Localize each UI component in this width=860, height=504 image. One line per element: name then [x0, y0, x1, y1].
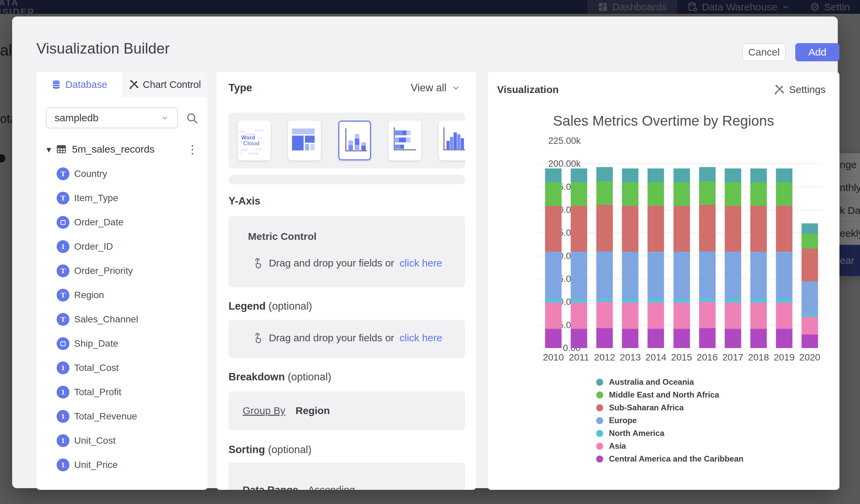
bar-segment [597, 302, 613, 328]
table-tree-item[interactable]: ▾ 5m_sales_records ⋮ [37, 141, 207, 157]
bar-segment [545, 329, 562, 348]
tab-database[interactable]: Database [37, 72, 122, 97]
tap-hand-icon [252, 332, 263, 344]
field-name: Unit_Cost [74, 435, 116, 446]
chart-type-treemap[interactable] [288, 120, 321, 160]
bar-segment [750, 299, 766, 303]
chart-type-word-cloud[interactable]: areasanalyticskeyplanWordnewslistCloud(s… [238, 120, 271, 160]
field-name: Ship_Date [74, 338, 118, 349]
bar-segment [725, 329, 741, 348]
bar-segment [725, 299, 741, 303]
field-row[interactable]: Ship_Date [37, 332, 207, 356]
bar-segment [673, 252, 690, 299]
bar-segment [545, 299, 562, 303]
stacked-bar-2019 [776, 169, 792, 348]
chart-type-histogram[interactable] [439, 120, 465, 160]
svg-text:know-ster: know-ster [249, 152, 259, 155]
view-all-button[interactable]: View all [411, 82, 461, 94]
tab-chart-control[interactable]: Chart Control [122, 72, 207, 97]
legend-item[interactable]: Europe [596, 414, 743, 427]
chart-type-stacked-column[interactable] [338, 120, 371, 160]
field-list: TCountryTItem_TypeOrder_Date1Order_IDTOr… [37, 162, 207, 477]
bar-segment [597, 167, 613, 181]
legend-item[interactable]: Australia and Oceania [596, 376, 743, 388]
x-axis-label: 2012 [592, 352, 617, 363]
bar-segment [673, 169, 690, 182]
bar-segment [801, 281, 818, 314]
bar-slot [566, 141, 592, 348]
cancel-button[interactable]: Cancel [742, 43, 786, 61]
field-row[interactable]: TSales_Channel [37, 307, 207, 332]
legend-item[interactable]: Sub-Saharan Africa [596, 401, 743, 414]
bar-segment [571, 329, 587, 348]
field-row[interactable]: TRegion [37, 283, 207, 307]
field-row[interactable]: 1Total_Profit [37, 380, 207, 404]
field-row[interactable]: Order_Date [37, 210, 207, 234]
legend-dot [596, 379, 603, 386]
bar-segment [776, 303, 792, 329]
field-row[interactable]: TItem_Type [37, 186, 207, 210]
legend-item[interactable]: North America [596, 427, 743, 440]
field-row[interactable]: TCountry [37, 162, 207, 186]
bars-container [538, 141, 822, 348]
settings-button[interactable]: Settings [774, 84, 826, 95]
field-row[interactable]: 1Total_Revenue [37, 404, 207, 429]
x-axis-label: 2016 [694, 352, 720, 363]
chart-type-scrollbar[interactable] [228, 175, 465, 184]
chart-title: Sales Metrics Overtime by Regions [488, 113, 840, 129]
field-name: Country [74, 169, 107, 179]
bar-slot [592, 141, 617, 348]
sorting-box[interactable]: Data Range Ascending [228, 463, 465, 490]
kebab-menu-icon[interactable]: ⋮ [187, 143, 198, 156]
field-name: Region [74, 290, 104, 301]
caret-down-icon[interactable]: ▾ [46, 144, 51, 155]
field-row[interactable]: TOrder_Priority [37, 259, 207, 283]
bar-segment [699, 167, 715, 181]
legend-item[interactable]: Central America and the Caribbean [596, 452, 743, 465]
calendar-icon [57, 337, 69, 350]
breakdown-box[interactable]: Group By Region [228, 391, 465, 430]
bar-segment [622, 169, 639, 182]
svg-text:(such): (such) [241, 148, 248, 151]
field-row[interactable]: 1Total_Cost [37, 356, 207, 380]
bar-slot [694, 141, 720, 348]
sorting-field[interactable]: Data Range [243, 484, 298, 490]
field-row[interactable]: 1Unit_Price [37, 453, 207, 477]
tools-icon [774, 84, 785, 95]
group-by-label[interactable]: Group By [243, 405, 285, 416]
bar-slot [746, 141, 771, 348]
legend-item[interactable]: Middle East and North Africa [596, 388, 743, 401]
chart-builder-panel: Type View all areasanalyticskeyplanWordn… [216, 72, 476, 490]
tap-hand-icon [252, 257, 263, 269]
field-name: Total_Profit [74, 387, 121, 398]
bar-segment [801, 224, 818, 234]
bar-segment [622, 182, 639, 206]
search-icon[interactable] [185, 112, 199, 125]
bar-segment [648, 329, 664, 348]
settings-label: Settings [789, 84, 826, 95]
metric-control-dropzone[interactable]: Metric Control Drag and drop your fields… [228, 216, 465, 287]
add-button[interactable]: Add [795, 43, 840, 61]
click-here-link[interactable]: click here [400, 332, 443, 344]
text-field-icon: T [57, 168, 69, 180]
group-by-value[interactable]: Region [296, 405, 330, 416]
field-name: Sales_Channel [74, 314, 138, 325]
field-row[interactable]: 1Unit_Cost [37, 429, 207, 453]
bar-segment [622, 252, 639, 299]
x-axis-label: 2011 [566, 352, 592, 363]
bar-segment [622, 299, 639, 303]
legend-item[interactable]: Asia [596, 440, 743, 452]
stacked-bar-2012 [597, 167, 613, 348]
click-here-link[interactable]: click here [400, 257, 443, 269]
legend-label: Europe [609, 416, 637, 425]
sorting-direction[interactable]: Ascending [308, 484, 355, 490]
chevron-down-icon [160, 114, 169, 122]
bar-segment [776, 329, 792, 348]
database-select[interactable]: sampledb [46, 107, 178, 128]
stacked-bar-2011 [571, 169, 587, 348]
chart-type-stacked-bar-horizontal[interactable] [389, 120, 421, 160]
field-row[interactable]: 1Order_ID [37, 234, 207, 259]
legend-dropzone[interactable]: Drag and drop your fields or click here [228, 320, 465, 358]
legend-label: Central America and the Caribbean [609, 454, 743, 464]
type-heading: Type [228, 82, 252, 94]
